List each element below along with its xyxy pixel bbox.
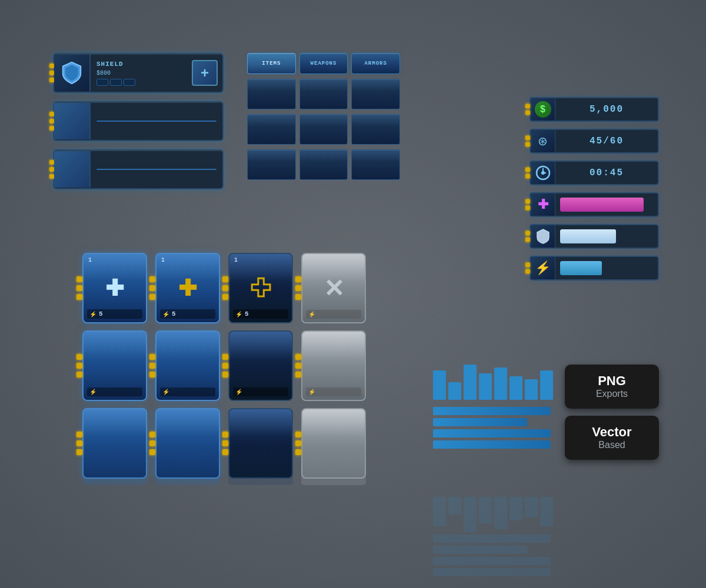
connector-dot [49,71,54,75]
grid-slot[interactable] [299,114,348,145]
card-connectors [76,432,82,455]
card-row2-1[interactable]: ⚡ [82,330,147,401]
reflection [228,450,293,485]
item-bar-1-content: SHIELD $800 [91,57,192,89]
stat-bar-ammo: ⊛ 45/60 [530,129,659,153]
card-connector [222,432,228,437]
item-bar-2-content [91,115,222,128]
card-cross-icon: ✚ [251,275,271,302]
card-number: 1 [161,257,165,263]
slot-row-2 [247,114,400,145]
card-count: 5 [172,310,176,318]
card-inner: 1 ✚ ⚡ 5 [155,253,220,323]
card-inner: ⚡ [228,330,293,401]
tab-grid: ITEMS WEAPONS ARMORS [247,53,400,189]
card-connectors [222,354,228,377]
card-health-white[interactable]: 1 ✚ ⚡ 5 [82,253,147,323]
card-connector [295,432,301,437]
reflect-hbar [433,557,551,565]
reflect-bar [509,497,522,520]
card-shine [156,332,219,359]
item-price: $800 [96,70,186,76]
h-bar-1 [433,407,551,415]
connector-dot [525,104,530,109]
health-fill-inner [560,198,644,212]
stat-bar-shield [530,224,659,249]
connector-dot [525,136,530,141]
card-lightning-icon: ⚡ [235,389,242,395]
add-button[interactable]: + [192,60,218,86]
card-lightning-icon: ⚡ [89,311,96,318]
card-section: 1 ✚ ⚡ 5 1 ✚ ⚡ 5 [82,253,366,479]
mini-bar [464,365,477,400]
card-connector [295,372,301,377]
card-connector [76,363,82,369]
stat-icon-lightning: ⚡ [531,257,555,279]
slot [110,79,122,86]
card-number: 1 [88,257,92,263]
grid-slot[interactable] [247,149,296,180]
card-connector [149,440,155,446]
card-health-dark[interactable]: 1 ✚ ⚡ 5 [228,253,293,323]
reflect-hbar [433,568,551,576]
card-connector [222,276,228,282]
health-cross-icon: ✚ [538,197,548,212]
card-row2-2[interactable]: ⚡ [155,330,220,401]
grid-slot[interactable] [299,79,348,109]
h-bar-3 [433,429,551,437]
slot [124,79,135,86]
card-connectors [76,354,82,377]
png-title: PNG [598,374,626,388]
card-x-gray[interactable]: ✕ ⚡ [301,253,366,323]
card-lightning-icon: ⚡ [162,389,169,395]
mini-bar [479,373,492,400]
tab-items[interactable]: ITEMS [247,53,296,74]
stat-connector [525,231,530,242]
card-number: 1 [234,257,238,263]
png-badge: PNG Exports [565,365,659,409]
card-connector [295,294,301,300]
h-bar-2 [433,418,527,426]
card-connector [295,363,301,369]
stat-connector [525,263,530,274]
connectors-3 [49,160,54,179]
grid-slot[interactable] [299,149,348,180]
card-row2-3[interactable]: ⚡ [228,330,293,401]
grid-slot[interactable] [351,114,400,145]
tab-armors[interactable]: ARMORS [351,53,400,74]
reflect-bar [540,497,553,526]
card-bottom: ⚡ 5 [87,309,142,319]
card-connectors [76,276,82,300]
tab-row: ITEMS WEAPONS ARMORS [247,53,400,74]
card-connector [295,449,301,455]
grid-slot[interactable] [247,114,296,145]
card-count: 5 [245,310,249,318]
card-connectors [222,432,228,455]
card-connector [76,276,82,282]
card-bottom: ⚡ [306,387,361,396]
item-icon-empty-2 [54,151,91,188]
card-connector [76,285,82,291]
stat-icon-clock [531,162,555,184]
shield-stat-svg [537,229,550,244]
slot-row-3 [247,149,400,180]
shield-fill-inner [560,229,616,243]
card-row2-4[interactable]: ⚡ [301,330,366,401]
card-health-yellow[interactable]: 1 ✚ ⚡ 5 [155,253,220,323]
tab-weapons[interactable]: WEAPONS [299,53,348,74]
card-connector [295,276,301,282]
grid-slot[interactable] [351,149,400,180]
shield-fill [560,229,653,243]
grid-slot[interactable] [247,79,296,109]
card-shine [156,409,219,436]
card-connector [149,354,155,360]
card-inner: ✕ ⚡ [301,253,366,323]
card-connector [149,449,155,455]
grid-slot[interactable] [351,79,400,109]
card-connector [295,440,301,446]
mini-bar [494,368,507,400]
mini-bars [433,365,553,400]
stat-connector [525,104,530,115]
card-row-2: ⚡ ⚡ [82,330,366,401]
stat-value-ammo: 45/60 [555,136,658,146]
